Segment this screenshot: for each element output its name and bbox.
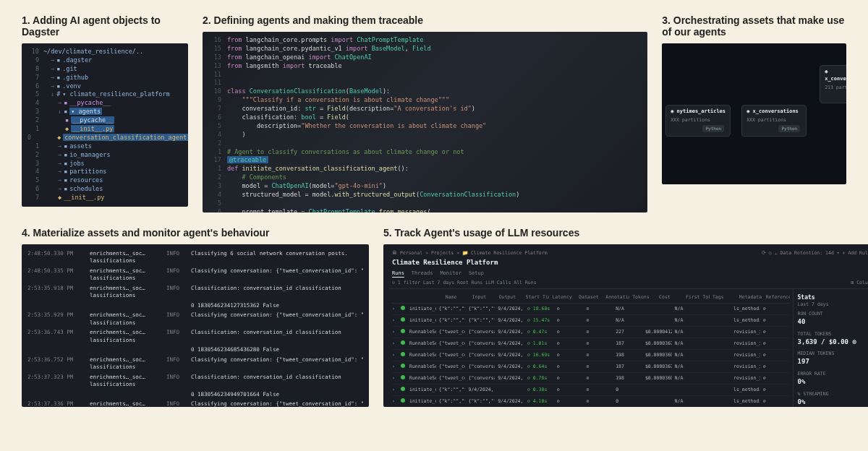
file-tree-item[interactable]: →▪.git	[43, 65, 77, 74]
log-row: 2:53:37.323 PMenrichments…_soc…lassifica…	[27, 372, 363, 390]
file-tree-item[interactable]: ↓▪▾ agents	[43, 108, 102, 116]
log-row: 2:48:50.335 PMenrichments…_soc…lassifica…	[27, 266, 363, 283]
log-row: 2:48:50.330 PMenrichments…_soc…lassifica…	[27, 249, 363, 266]
panel-3-title: 3. Orchestrating assets that make use of…	[662, 14, 846, 38]
panel-1: 1. Adding AI agent objects to Dagster 10…	[22, 14, 188, 212]
code-line: prompt_template = ChatPromptTemplate.fro…	[227, 208, 431, 212]
file-tree: 10~/dev/climate_resilience/..9→▪.dagster…	[22, 43, 188, 207]
file-tree-item[interactable]: →▪jobs	[43, 160, 85, 168]
code-line: from langsmith import traceable	[227, 62, 342, 71]
tab-setup[interactable]: Setup	[469, 270, 484, 278]
trace-row[interactable]: ›RunnableSequence{"tweet_conversation…{"…	[392, 373, 790, 385]
code-line: from langchain_core.pydantic_v1 import B…	[227, 45, 431, 53]
file-tree-item[interactable]: →▪.venv	[43, 82, 81, 91]
trace-row[interactable]: ›initiate_conversation_cla…{"k":"","type…	[392, 396, 790, 407]
file-tree-item[interactable]: ◆__init__.py	[43, 125, 114, 134]
stats-sidebar: Stats Last 7 days RUN COUNT40 TOTAL TOKE…	[793, 289, 868, 407]
code-line: def initiate_conversation_classification…	[227, 165, 409, 173]
panel-2-title: 2. Defining agents and making them trace…	[203, 14, 647, 26]
log-row: 0 1830546234127315362 False	[27, 301, 363, 311]
code-line: conversation_id: str = Field(description…	[227, 105, 475, 113]
panel-2: 2. Defining agents and making them trace…	[203, 14, 647, 212]
panel-1-title: 1. Adding AI agent objects to Dagster	[22, 14, 188, 38]
file-tree-item[interactable]: →▪partitions	[43, 168, 106, 176]
trace-row[interactable]: ›initiate_conversation_cla…{"k":"","type…	[392, 385, 790, 396]
panel-4: 4. Materialize assets and monitor agent'…	[22, 227, 369, 407]
file-tree-item[interactable]: →▪assets	[43, 142, 92, 151]
trace-row[interactable]: ›initiate_conversation_cla…{"k":"","type…	[392, 315, 790, 327]
langsmith-panel[interactable]: ⟳ ◷ … Data Retention: 14d ▾ + Add Rule √…	[383, 244, 868, 407]
trace-row[interactable]: ›RunnableSequence{"tweet_conversation…{"…	[392, 361, 790, 373]
file-tree-item[interactable]: ▪__pycache__	[43, 116, 114, 125]
code-line: from langchain_openai import ChatOpenAI	[227, 53, 372, 62]
graph-node-xconv[interactable]: ◉ x_conversationsXXX partitionsPython	[741, 105, 807, 137]
tab-threads[interactable]: Threads	[412, 270, 433, 278]
panel-3: 3. Orchestrating assets that make use of…	[662, 14, 846, 212]
log-row: 0 1830546234949701664 False	[27, 390, 363, 400]
file-tree-item[interactable]: →▪.github	[43, 74, 88, 82]
code-line: # Agent to classify conversations as abo…	[227, 148, 464, 157]
file-tree-item[interactable]: ↓#▾ climate_resilience_platform	[43, 90, 170, 99]
file-tree-item[interactable]: →▪schedules	[43, 185, 103, 194]
project-title: Climate Resilience Platform	[392, 258, 868, 267]
code-line: structured_model = model.with_structured…	[227, 191, 519, 199]
code-line: )	[227, 131, 246, 139]
log-row: 2:53:36.743 PMenrichments…_soc…lassifica…	[27, 328, 363, 345]
file-tree-item[interactable]: ◆__init__.py	[43, 194, 104, 202]
tab-runs[interactable]: Runs	[392, 270, 404, 278]
file-tree-item[interactable]: →▪__pycache__	[43, 99, 111, 108]
trace-row[interactable]: ›RunnableSequence{"tweet_conversation…{"…	[392, 327, 790, 338]
panel-5: 5. Track Agent's usage of LLM resources …	[383, 227, 868, 407]
graph-node-nytimes[interactable]: ◉ nytimes_articlesXXX partitionsPython	[665, 105, 731, 137]
code-line: """Classify if a conversation is about c…	[227, 96, 449, 105]
trace-row[interactable]: ›RunnableSequence{"tweet_conversation…{"…	[392, 350, 790, 361]
panel-5-title: 5. Track Agent's usage of LLM resources	[383, 227, 868, 239]
log-row: 2:53:36.752 PMenrichments…_soc…lassifica…	[27, 355, 363, 372]
code-line: model = ChatOpenAI(model="gpt-4o-mini")	[227, 182, 386, 191]
columns-button[interactable]: ⊞ Columns	[851, 280, 868, 286]
trace-table: NameInputOutputStart TimeLatencyDatasetA…	[389, 289, 793, 407]
file-tree-item[interactable]: →▪resources	[43, 176, 103, 185]
filters-bar[interactable]: ⊙ 1 filter Last 7 days Root Runs LLM Cal…	[392, 280, 537, 285]
file-tree-item[interactable]: ◆conversation_classification_agent.py	[35, 134, 188, 142]
code-line: classification: bool = Field(	[227, 113, 349, 122]
code-line: from langchain_core.prompts import ChatP…	[227, 36, 423, 45]
code-line: @traceable	[227, 156, 268, 165]
code-line: class ConversationClassification(BaseMod…	[227, 87, 390, 96]
code-line: description="Whether the conversation is…	[227, 122, 486, 131]
file-tree-item[interactable]: →▪.dagster	[43, 56, 92, 65]
panel-4-title: 4. Materialize assets and monitor agent'…	[22, 227, 369, 239]
tab-monitor[interactable]: Monitor	[440, 270, 461, 278]
header-actions[interactable]: ⟳ ◷ … Data Retention: 14d ▾ + Add Rule √	[762, 250, 868, 257]
ls-header: ⟳ ◷ … Data Retention: 14d ▾ + Add Rule √…	[389, 249, 868, 289]
log-viewer: 2:48:50.330 PMenrichments…_soc…lassifica…	[22, 244, 369, 407]
graph-node-xpost[interactable]: ◉ x_conversation_posts213 partitionsPyth…	[820, 65, 846, 103]
trace-row[interactable]: ›RunnableSequence{"tweet_conversation…{"…	[392, 338, 790, 350]
log-row: 2:53:35.929 PMenrichments…_soc…lassifica…	[27, 311, 363, 328]
log-row: 2:53:37.336 PMenrichments…_soc…lassifica…	[27, 400, 363, 408]
log-row: 2:53:35.918 PMenrichments…_soc…lassifica…	[27, 283, 363, 301]
code-editor: 16from langchain_core.prompts import Cha…	[203, 32, 647, 212]
log-row: 0 1830546234685436280 False	[27, 345, 363, 356]
trace-row[interactable]: ›initiate_conversation_cla…{"k":"","type…	[392, 304, 790, 315]
asset-graph[interactable]: ◉ nytimes_articlesXXX partitionsPython◉ …	[662, 43, 846, 184]
code-line: # Components	[227, 173, 286, 182]
file-tree-item[interactable]: ~/dev/climate_resilience/..	[43, 48, 143, 56]
file-tree-item[interactable]: →▪io_managers	[43, 151, 111, 160]
